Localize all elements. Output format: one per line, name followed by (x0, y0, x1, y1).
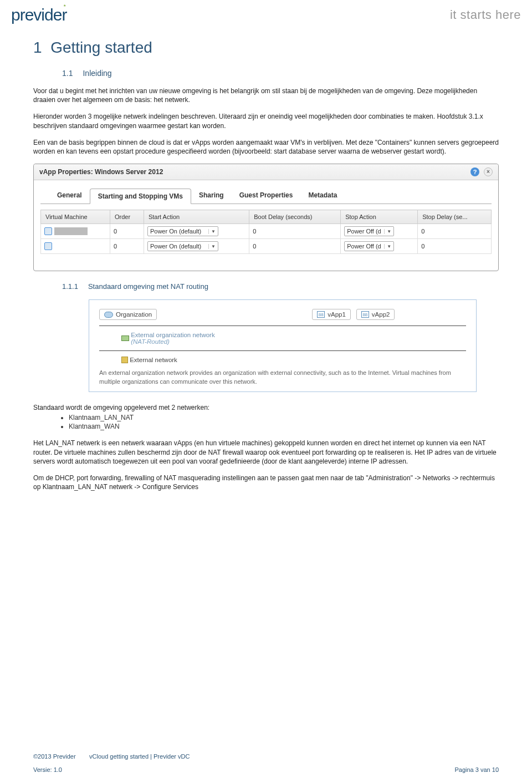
para-1: Voor dat u begint met het inrichten van … (33, 87, 499, 104)
network-icon (121, 335, 129, 341)
vm-table: Virtual Machine Order Start Action Boot … (40, 210, 492, 254)
logo: previder ٭ (11, 6, 66, 24)
cell-stop-delay[interactable]: 0 (418, 224, 492, 239)
org-label: Organization (116, 311, 152, 318)
para-6: Om de DHCP, port forwarding, firewalling… (33, 474, 499, 491)
extnet-label: External network (130, 357, 177, 363)
h3-number: 1.1.1 (62, 282, 78, 291)
tab-guest-properties[interactable]: Guest Properties (232, 188, 301, 204)
close-icon[interactable]: × (484, 167, 493, 176)
help-icon[interactable]: ? (470, 167, 479, 176)
dialog-titlebar: vApp Properties: Windows Server 2012 ? × (34, 164, 498, 180)
chevron-down-icon: ▼ (208, 244, 216, 249)
vapp2-label: vApp2 (372, 311, 390, 318)
start-action-dropdown[interactable]: Power On (default)▼ (147, 226, 218, 236)
table-row[interactable]: 0 Power On (default)▼ 0 Power Off (d▼ 0 (41, 239, 492, 254)
col-stop-action[interactable]: Stop Action (341, 210, 418, 224)
vm-icon (44, 227, 52, 235)
col-virtual-machine[interactable]: Virtual Machine (41, 210, 110, 224)
h1-text: Getting started (50, 39, 152, 56)
start-action-dropdown[interactable]: Power On (default)▼ (147, 241, 218, 251)
table-row[interactable]: 0 Power On (default)▼ 0 Power Off (d▼ 0 (41, 224, 492, 239)
para-3: Een van de basis begrippen binnen de clo… (33, 138, 499, 156)
cloud-icon (104, 312, 113, 318)
dd-value: Power On (default) (150, 228, 201, 235)
para-2: Hieronder worden 3 mogelijke netwerk ind… (33, 112, 499, 130)
tab-metadata[interactable]: Metadata (300, 188, 345, 204)
stop-action-dropdown[interactable]: Power Off (d▼ (344, 226, 394, 236)
footer-center: vCloud getting started | Previder vDC (89, 753, 190, 760)
logo-dots-icon: ٭ (63, 2, 66, 8)
vapp-icon: 88 (317, 311, 325, 318)
dd-value: Power Off (d (347, 243, 381, 250)
dd-value: Power Off (d (347, 228, 381, 235)
extorg-sub: (NAT-Routed) (131, 338, 170, 345)
footer-copyright: ©2013 Previder (33, 753, 76, 760)
para-5: Het LAN_NAT netwerk is een netwerk waara… (33, 439, 499, 466)
vm-icon (44, 242, 52, 250)
tab-sharing[interactable]: Sharing (191, 188, 232, 204)
dialog-title-text: vApp Properties: Windows Server 2012 (39, 168, 163, 176)
diagram-caption: An external organization network provide… (99, 369, 466, 386)
tab-starting-stopping-vms[interactable]: Starting and Stopping VMs (90, 189, 191, 204)
dialog-body: Virtual Machine Order Start Action Boot … (40, 204, 492, 271)
chevron-down-icon: ▼ (384, 244, 391, 249)
cell-order[interactable]: 0 (110, 224, 144, 239)
chevron-down-icon: ▼ (208, 229, 216, 234)
col-stop-delay[interactable]: Stop Delay (se... (418, 210, 492, 224)
cell-order[interactable]: 0 (110, 239, 144, 254)
heading-3: 1.1.1Standaard omgeving met NAT routing (62, 282, 499, 291)
heading-2: 1.1Inleiding (62, 69, 499, 78)
extorg-label: External organization network (131, 332, 215, 338)
vapp1-label: vApp1 (328, 311, 346, 318)
dialog-tabs: General Starting and Stopping VMs Sharin… (34, 180, 498, 204)
chevron-down-icon: ▼ (384, 229, 391, 234)
vapp-properties-dialog: vApp Properties: Windows Server 2012 ? ×… (33, 164, 499, 271)
footer-page: Pagina 3 van 10 (454, 766, 499, 773)
list-item: Klantnaam_LAN_NAT (69, 413, 499, 422)
col-start-action[interactable]: Start Action (144, 210, 249, 224)
diagram-line (99, 326, 466, 326)
col-boot-delay[interactable]: Boot Delay (seconds) (249, 210, 341, 224)
network-diagram: Organization 88 vApp1 88 vApp2 External … (89, 299, 477, 392)
vapp-icon: 88 (361, 311, 369, 318)
vapp2-box: 88 vApp2 (356, 309, 395, 320)
tab-general[interactable]: General (49, 188, 90, 204)
vapp1-box: 88 vApp1 (312, 309, 351, 320)
external-network-icon (121, 357, 128, 363)
vm-name-masked (54, 227, 88, 235)
page-footer: ©2013 Previder vCloud getting started | … (33, 746, 499, 773)
list-item: Klantnaam_WAN (69, 422, 499, 431)
h2-text: Inleiding (83, 69, 111, 78)
stop-action-dropdown[interactable]: Power Off (d▼ (344, 241, 394, 251)
tagline: it starts here (450, 8, 521, 22)
diagram-line (99, 350, 466, 351)
heading-1: 1 Getting started (33, 39, 499, 57)
para-4-intro: Standaard wordt de omgeving opgeleverd m… (33, 403, 499, 412)
col-order[interactable]: Order (110, 210, 144, 224)
dd-value: Power On (default) (150, 243, 201, 250)
network-list: Klantnaam_LAN_NAT Klantnaam_WAN (69, 413, 499, 431)
h3-text: Standaard omgeving met NAT routing (88, 282, 208, 291)
cell-stop-delay[interactable]: 0 (418, 239, 492, 254)
cell-boot-delay[interactable]: 0 (249, 224, 341, 239)
org-box: Organization (99, 309, 157, 320)
logo-text: previder (11, 6, 66, 24)
footer-version: Versie: 1.0 (33, 766, 62, 773)
h1-number: 1 (33, 39, 42, 56)
h2-number: 1.1 (62, 69, 73, 78)
cell-boot-delay[interactable]: 0 (249, 239, 341, 254)
